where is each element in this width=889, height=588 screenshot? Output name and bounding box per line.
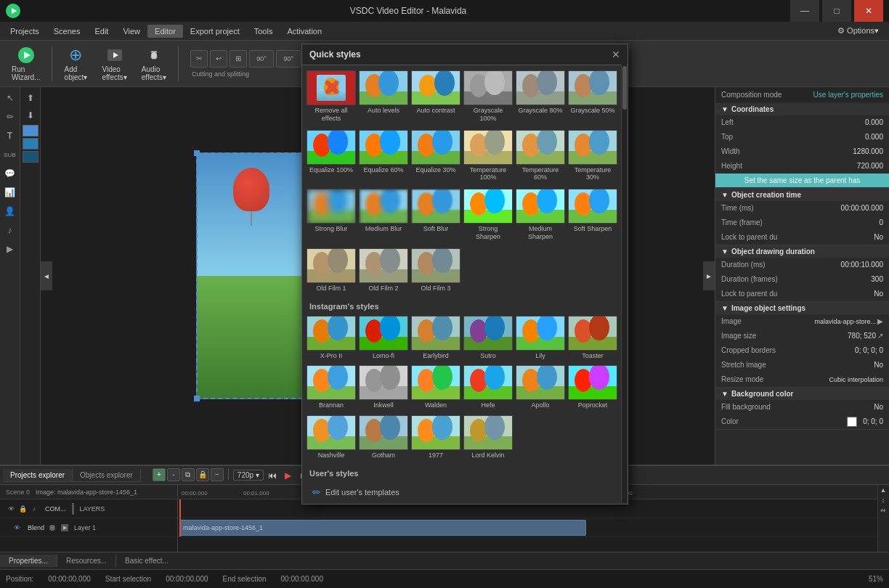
qs-apollo[interactable]: Apollo [516,363,565,412]
grid-tool[interactable]: ⊞ [230,50,247,68]
qs-auto-contrast[interactable]: Auto contrast [411,68,460,125]
qs-hefe[interactable]: Hefe [463,363,513,412]
qs-remove-all[interactable]: ✕ Remove all effects [307,68,356,125]
qs-walden[interactable]: Walden [411,363,460,412]
qs-medium-sharpen[interactable]: Medium Sharpen [516,187,565,243]
qs-toaster[interactable]: Toaster [568,314,617,362]
playhead[interactable] [179,499,181,518]
scene-thumb-1[interactable] [23,125,38,136]
pointer-tool[interactable]: ↖ [2,90,18,106]
qs-lily[interactable]: Lily [516,314,565,362]
layer-eye-btn[interactable]: 👁 [12,523,22,533]
qs-soft-blur[interactable]: Soft Blur [411,187,460,243]
rotate-left[interactable]: 90° [249,50,274,68]
qs-temp-60[interactable]: Temperature 60% [516,128,565,184]
qs-temp-30[interactable]: Temperature 30% [568,128,617,184]
qs-earlybird[interactable]: Earlybird [411,314,460,362]
qs-grayscale-100[interactable]: Grayscale 100% [463,68,513,125]
close-button[interactable]: ✕ [854,0,883,22]
resources-tab[interactable]: Resources... [57,555,116,567]
qs-auto-levels[interactable]: Auto levels [359,68,408,125]
qs-equalize-30[interactable]: Equalize 30% [411,128,460,184]
qs-old-film-1[interactable]: Old Film 1 [307,246,356,295]
qs-brannan[interactable]: Brannan [307,363,356,412]
menu-tools[interactable]: Tools [247,25,280,38]
panel-right-btn[interactable]: ⇔ [878,505,888,515]
bubble-tool[interactable]: 💬 [2,166,18,181]
minimize-button[interactable]: — [790,0,819,22]
qs-temp-100[interactable]: Temperature 100% [463,128,513,184]
cut-tool[interactable]: ✂ [190,50,208,68]
qs-1977[interactable]: 1977 [411,413,460,462]
menu-view[interactable]: View [115,25,147,38]
projects-explorer-tab[interactable]: Projects explorer [3,469,73,481]
qs-lord-kelvin[interactable]: Lord Kelvin [463,413,513,462]
image-browse-icon[interactable]: ▶ [877,317,883,325]
qs-grayscale-80[interactable]: Grayscale 80% [516,68,565,125]
canvas-nav-right[interactable]: ► [703,261,715,290]
menu-scenes[interactable]: Scenes [46,25,88,38]
track-vol-btn[interactable]: ♪ [29,504,39,514]
qs-old-film-2[interactable]: Old Film 2 [359,246,408,295]
edit-user-templates-item[interactable]: ✏ Edit user's templates [309,483,620,501]
drawing-duration-header[interactable]: ▼ Object drawing duration [715,245,889,258]
lock-btn[interactable]: 🔒 [196,468,209,481]
draw-tool[interactable]: ✏ [2,109,18,125]
person-tool[interactable]: 👤 [2,203,18,219]
qs-equalize-60[interactable]: Equalize 60% [359,128,408,184]
minus-btn2[interactable]: − [211,468,224,481]
nav-up[interactable]: ⬆ [23,90,38,106]
image-settings-header[interactable]: ▼ Image object settings [715,302,889,314]
objects-explorer-tab[interactable]: Objects explorer [73,469,141,481]
chart-tool[interactable]: 📊 [2,184,18,200]
qs-medium-blur[interactable]: Medium Blur [359,187,408,243]
res-select[interactable]: 720p ▾ [233,470,264,481]
bg-color-header[interactable]: ▼ Background color [715,388,889,400]
menu-editor[interactable]: Editor [147,25,183,38]
scene-thumb-2[interactable] [23,138,38,150]
audio-effects-button[interactable]: Audioeffects▾ [136,44,172,84]
text-tool[interactable]: T [2,128,18,144]
rotate-right[interactable]: 90° [276,50,301,68]
qs-old-film-3[interactable]: Old Film 3 [411,246,460,295]
video-tool[interactable]: ▶ [2,241,18,257]
add-track-btn[interactable]: + [153,468,166,481]
options-button[interactable]: ⚙ Options▾ [830,24,886,38]
scene-thumb-3[interactable] [23,151,38,163]
qs-sutro[interactable]: Sutro [463,314,513,362]
play-btn[interactable]: ▶ [281,468,296,483]
qs-poprocket[interactable]: Poprocket [568,363,617,412]
canvas-nav-left[interactable]: ◄ [41,261,52,290]
arrow-tool[interactable]: ↩ [210,50,227,68]
qs-nashville[interactable]: Nashville [307,413,356,462]
subtitle-tool[interactable]: SUB [2,147,18,163]
coordinates-header[interactable]: ▼ Coordinates [715,103,889,115]
group-btn[interactable]: ⧉ [182,468,195,481]
video-effects-button[interactable]: Videoeffects▾ [96,44,132,84]
qs-grayscale-50[interactable]: Grayscale 50% [568,68,617,125]
properties-tab[interactable]: Properties... [0,555,57,567]
color-swatch[interactable] [847,417,857,427]
same-size-row[interactable]: Set the same size as the parent has [715,173,889,188]
menu-projects[interactable]: Projects [3,25,46,38]
blend-expand[interactable]: ▶ [61,524,68,531]
qs-lomo-fi[interactable]: Lomo-fi [359,314,408,362]
qs-strong-sharpen[interactable]: Strong Sharpen [463,187,513,243]
run-wizard-button[interactable]: RunWizard... [6,44,46,84]
track-lock-btn[interactable]: 🔒 [17,504,28,514]
track-eye-btn[interactable]: 👁 [6,504,16,514]
panel-down-btn[interactable]: ↕ [878,495,888,505]
qs-equalize-100[interactable]: Equalize 100% [307,128,356,184]
play-prev[interactable]: ⏮ [265,468,280,483]
video-clip[interactable]: malavida-app-store-1456_1 [179,520,586,536]
basic-effects-tab[interactable]: Basic effect... [116,555,177,567]
maximize-button[interactable]: □ [822,0,851,22]
add-object-button[interactable]: ⊕ Addobject▾ [58,44,93,84]
menu-activation[interactable]: Activation [280,25,329,38]
popup-scrollbar[interactable] [621,65,627,503]
popup-scroll-thumb[interactable] [622,66,627,110]
track-expand[interactable] [72,503,74,515]
panel-up-btn[interactable]: ▲ [878,485,888,495]
qs-soft-sharpen[interactable]: Soft Sharpen [568,187,617,243]
qs-gotham[interactable]: Gotham [359,413,408,462]
